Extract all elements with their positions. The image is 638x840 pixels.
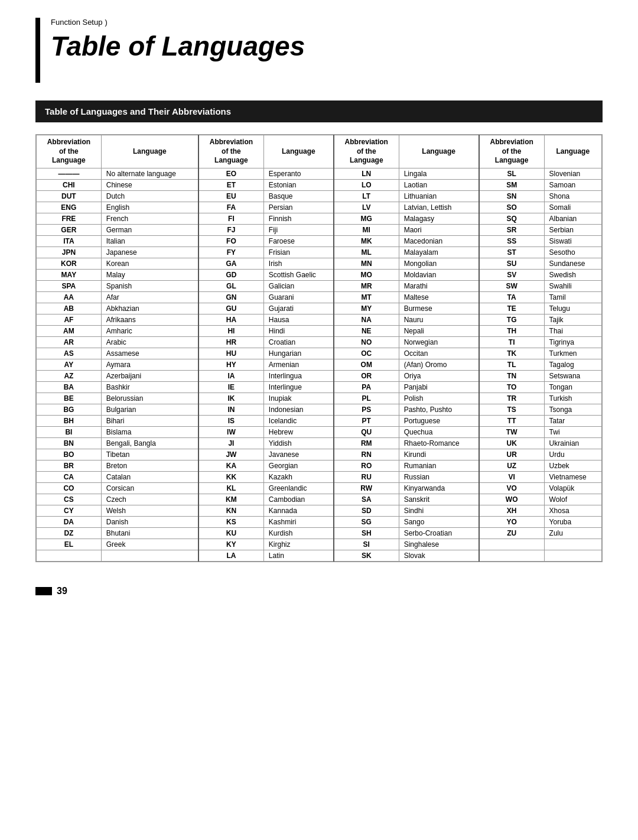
col4-abbr-cell: SN (479, 190, 544, 202)
col3-abbr-cell: SK (334, 550, 399, 561)
col2-lang-cell: Frisian (263, 247, 334, 258)
col4-lang-cell: Thai (544, 325, 601, 336)
col3-lang-cell: Rumanian (399, 460, 479, 471)
col2-abbr-cell: KY (198, 539, 263, 550)
col4-abbr-cell: SR (479, 224, 544, 235)
col4-abbr-cell: TE (479, 303, 544, 314)
col3-lang-cell: Russian (399, 471, 479, 482)
col3-abbr-cell: RN (334, 449, 399, 460)
col1-abbr-cell: AR (37, 336, 102, 348)
col4-lang-cell: Turkish (544, 393, 601, 404)
col1-abbr-cell: ENG (37, 202, 102, 213)
col2-abbr-cell: FI (198, 213, 263, 224)
col1-abbr-cell: AB (37, 303, 102, 314)
col4-abbr-cell: SV (479, 269, 544, 280)
col3-abbr-cell: PS (334, 404, 399, 415)
col1-abbr-cell (37, 550, 102, 561)
col2-abbr-cell: FA (198, 202, 263, 213)
col2-lang-cell: Yiddish (263, 437, 334, 449)
col3-lang-cell: Kinyarwanda (399, 482, 479, 494)
col3-lang-cell: Lithuanian (399, 190, 479, 202)
col3-lang-cell: Singhalese (399, 539, 479, 550)
page-number-icon (35, 587, 52, 595)
col1-abbr-cell: AM (37, 325, 102, 336)
col4-lang-cell: Swedish (544, 269, 601, 280)
col2-abbr-cell: IA (198, 370, 263, 381)
col3-abbr-cell: PA (334, 381, 399, 393)
col2-abbr-cell: GN (198, 291, 263, 303)
col4-abbr-cell (479, 539, 544, 550)
col4-abbr-cell: SM (479, 179, 544, 190)
col1-lang-cell: Chinese (101, 179, 198, 190)
col3-abbr-cell: LN (334, 168, 399, 179)
col2-lang-cell: Icelandic (263, 415, 334, 426)
col3-lang-cell: Serbo-Croatian (399, 527, 479, 539)
col2-abbr-cell: KK (198, 471, 263, 482)
col4-lang-cell: Shona (544, 190, 601, 202)
col4-abbr-cell: TL (479, 359, 544, 370)
col4-lang-cell: Volapük (544, 482, 601, 494)
col2-abbr-cell: KA (198, 460, 263, 471)
col2-abbr-cell: LA (198, 550, 263, 561)
col3-lang-cell: Sango (399, 516, 479, 527)
col2-abbr-cell: FO (198, 235, 263, 247)
col2-abbr-cell: IS (198, 415, 263, 426)
col3-abbr-cell: SG (334, 516, 399, 527)
breadcrumb-text: Function Setup (51, 18, 102, 27)
col4-abbr-cell: SS (479, 235, 544, 247)
col3-lang-cell: Sanskrit (399, 494, 479, 505)
col1-abbr-cell: JPN (37, 247, 102, 258)
col3-abbr-cell: NA (334, 314, 399, 325)
col4-abbr-cell: SW (479, 280, 544, 291)
col3-lang-cell: (Afan) Oromo (399, 359, 479, 370)
col2-abbr-cell: HU (198, 348, 263, 359)
col4-abbr-cell: TK (479, 348, 544, 359)
col2-lang-cell: Hausa (263, 314, 334, 325)
col1-abbr-cell: FRE (37, 213, 102, 224)
col2-abbr-cell: HY (198, 359, 263, 370)
col3-lang-cell: Rhaeto-Romance (399, 437, 479, 449)
col4-lang-cell: Somali (544, 202, 601, 213)
col4-lang-cell: Tatar (544, 415, 601, 426)
col3-abbr-cell: OM (334, 359, 399, 370)
col1-lang-cell: Bihari (101, 415, 198, 426)
col2-lang-cell: Fiji (263, 224, 334, 235)
col1-lang-cell: German (101, 224, 198, 235)
col4-abbr-cell: YO (479, 516, 544, 527)
col3-abbr-cell: SI (334, 539, 399, 550)
col3-lang-cell: Marathi (399, 280, 479, 291)
col2-abbr-cell: KM (198, 494, 263, 505)
col3-lang-header: Language (399, 135, 479, 168)
col1-lang-cell: Abkhazian (101, 303, 198, 314)
col1-abbr-cell: BR (37, 460, 102, 471)
col4-abbr-cell: UK (479, 437, 544, 449)
col1-lang-cell: Bengali, Bangla (101, 437, 198, 449)
breadcrumb-arrow: ) (105, 18, 107, 27)
col4-lang-cell: Sesotho (544, 247, 601, 258)
col2-abbr-cell: GD (198, 269, 263, 280)
col3-abbr-cell: QU (334, 426, 399, 437)
page-number-area: 39 (35, 586, 603, 596)
col2-lang-cell: Kurdish (263, 527, 334, 539)
col3-abbr-cell: RW (334, 482, 399, 494)
col2-lang-cell: Kannada (263, 505, 334, 516)
col3-lang-cell: Quechua (399, 426, 479, 437)
col1-abbr-cell: AF (37, 314, 102, 325)
col2-lang-cell: Persian (263, 202, 334, 213)
col3-lang-cell: Mongolian (399, 258, 479, 269)
col2-abbr-cell: EO (198, 168, 263, 179)
col4-abbr-cell: SQ (479, 213, 544, 224)
col2-abbr-cell: KS (198, 516, 263, 527)
col2-lang-cell: Cambodian (263, 494, 334, 505)
col3-lang-cell: Malagasy (399, 213, 479, 224)
col1-abbr-cell: AS (37, 348, 102, 359)
language-table-wrapper: Abbreviationof theLanguage Language Abbr… (35, 134, 603, 562)
col1-abbr-cell: AY (37, 359, 102, 370)
col2-abbr-cell: IW (198, 426, 263, 437)
col2-lang-cell: Croatian (263, 336, 334, 348)
col3-abbr-cell: OC (334, 348, 399, 359)
col2-abbr-cell: GU (198, 303, 263, 314)
col2-abbr-cell: KU (198, 527, 263, 539)
col2-abbr-cell: GL (198, 280, 263, 291)
col2-lang-cell: Scottish Gaelic (263, 269, 334, 280)
